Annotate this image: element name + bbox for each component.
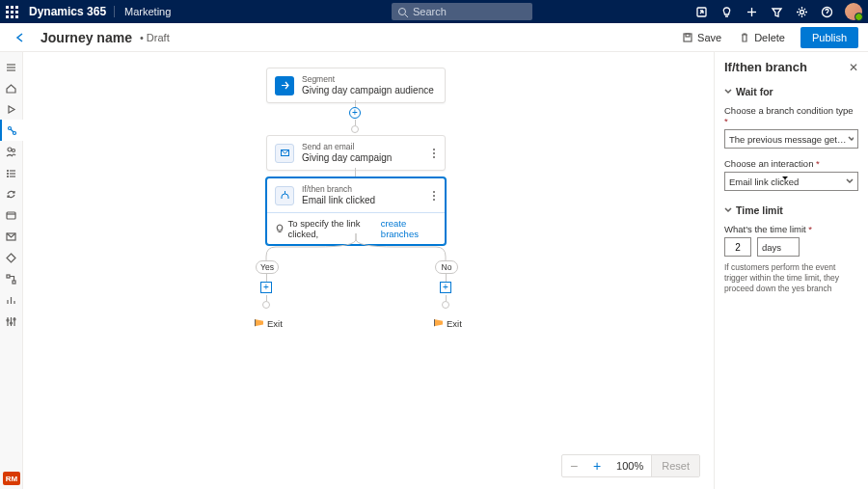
zoom-out-button[interactable]: −: [562, 454, 585, 477]
connector: [355, 168, 356, 177]
add-step-button[interactable]: +: [349, 107, 361, 119]
connector: [446, 274, 447, 282]
help-icon[interactable]: [814, 0, 839, 23]
nav-home-icon[interactable]: [0, 77, 23, 98]
node-title: Giving day campaign: [302, 151, 392, 164]
delete-label: Delete: [754, 32, 785, 43]
delete-icon: [739, 32, 750, 43]
select-condition-type[interactable]: The previous message gets an interaction: [724, 129, 858, 149]
connector: [355, 100, 356, 107]
add-step-yes-button[interactable]: +: [260, 282, 272, 293]
node-ifthen-branch[interactable]: If/then branch Email link clicked To spe…: [266, 177, 446, 245]
nav-play-icon[interactable]: [0, 98, 23, 120]
settings-icon[interactable]: [789, 0, 814, 23]
nav-journeys-icon[interactable]: [0, 120, 23, 141]
chevron-down-icon: [724, 88, 732, 95]
hint-text: To specify the link clicked,: [288, 218, 378, 239]
page-title: Journey name: [41, 30, 132, 45]
segment-icon: [275, 76, 294, 95]
left-nav: RM: [0, 52, 23, 489]
search-icon: [397, 7, 408, 17]
save-label: Save: [697, 32, 721, 43]
svg-rect-25: [7, 275, 10, 278]
search-box[interactable]: [392, 3, 532, 20]
publish-button[interactable]: Publish: [800, 27, 858, 48]
connector-endpoint: [262, 301, 270, 309]
zoom-level: 100%: [609, 460, 651, 472]
node-more-button[interactable]: [431, 149, 437, 158]
connector-endpoint: [442, 301, 449, 309]
app-launcher[interactable]: [0, 0, 23, 23]
nav-hamburger-icon[interactable]: [0, 56, 23, 77]
svg-point-35: [14, 318, 15, 320]
node-title: Giving day campaign audience: [302, 84, 434, 96]
chevron-down-icon: [846, 177, 854, 185]
close-pane-button[interactable]: ✕: [849, 61, 858, 74]
svg-point-0: [399, 8, 406, 14]
properties-pane: If/then branch ✕ Wait for Choose a branc…: [714, 52, 868, 489]
chevron-down-icon: [781, 175, 795, 319]
add-step-no-button[interactable]: +: [440, 282, 451, 293]
nav-mail-icon[interactable]: [0, 226, 23, 247]
svg-rect-26: [13, 281, 15, 284]
nav-refresh-icon[interactable]: [0, 183, 23, 204]
node-segment[interactable]: Segment Giving day campaign audience: [266, 68, 446, 103]
section-wait-for[interactable]: Wait for: [724, 86, 858, 97]
nav-contacts-icon[interactable]: [0, 141, 23, 162]
nav-shape-icon[interactable]: [0, 247, 23, 268]
node-type-label: Segment: [302, 74, 434, 84]
user-avatar[interactable]: [845, 3, 862, 20]
branch-icon: [275, 186, 294, 205]
chevron-down-icon: [848, 135, 854, 143]
branch-yes-pill[interactable]: Yes: [256, 260, 279, 274]
command-bar: Journey name • Draft Save Delete Publish: [0, 23, 868, 52]
create-branches-link[interactable]: create branches: [381, 218, 437, 239]
app-name: Dynamics 365: [29, 5, 106, 18]
global-header: Dynamics 365 Marketing: [0, 0, 868, 23]
svg-point-14: [8, 148, 12, 151]
node-type-label: Send an email: [302, 142, 392, 151]
flag-icon: [434, 319, 443, 328]
node-email[interactable]: Send an email Giving day campaign: [266, 135, 446, 171]
nav-settings-icon[interactable]: [0, 311, 23, 332]
svg-rect-8: [686, 34, 690, 37]
search-input[interactable]: [413, 6, 519, 17]
svg-point-34: [11, 322, 13, 324]
add-icon[interactable]: [739, 0, 764, 23]
svg-point-15: [13, 149, 15, 151]
select-time-unit[interactable]: days: [757, 237, 800, 257]
exit-yes: Exit: [255, 318, 283, 329]
nav-chart-icon[interactable]: [0, 289, 23, 311]
node-more-button[interactable]: [431, 191, 437, 201]
branch-hint: To specify the link clicked, create bran…: [267, 212, 445, 244]
flag-icon: [255, 319, 263, 328]
label-condition-type: Choose a branch condition type *: [724, 105, 858, 126]
filter-icon[interactable]: [764, 0, 789, 23]
label-interaction: Choose an interaction *: [724, 158, 858, 169]
connector: [266, 274, 267, 282]
nav-persona-badge[interactable]: RM: [3, 472, 20, 485]
save-button[interactable]: Save: [674, 27, 729, 48]
draft-status: • Draft: [140, 32, 170, 43]
save-icon: [682, 32, 693, 43]
branch-no-pill[interactable]: No: [435, 260, 458, 274]
email-icon: [275, 144, 294, 163]
svg-rect-22: [7, 212, 15, 219]
pane-title: If/then branch: [724, 60, 807, 74]
input-time-value[interactable]: [724, 237, 751, 257]
svg-rect-7: [684, 34, 692, 41]
journey-canvas[interactable]: Segment Giving day campaign audience + S…: [23, 52, 714, 489]
nav-browser-icon[interactable]: [0, 204, 23, 226]
zoom-in-button[interactable]: +: [585, 454, 609, 477]
svg-point-21: [8, 176, 9, 177]
zoom-reset-button[interactable]: Reset: [651, 455, 699, 476]
module-name: Marketing: [114, 6, 171, 17]
lightbulb-icon[interactable]: [714, 0, 739, 23]
nav-list-icon[interactable]: [0, 162, 23, 183]
delete-button[interactable]: Delete: [731, 27, 793, 48]
nav-flow-icon[interactable]: [0, 268, 23, 289]
back-button[interactable]: [10, 27, 31, 48]
node-title: Email link clicked: [302, 194, 375, 206]
svg-point-19: [8, 170, 9, 171]
open-record-icon[interactable]: [689, 0, 714, 23]
